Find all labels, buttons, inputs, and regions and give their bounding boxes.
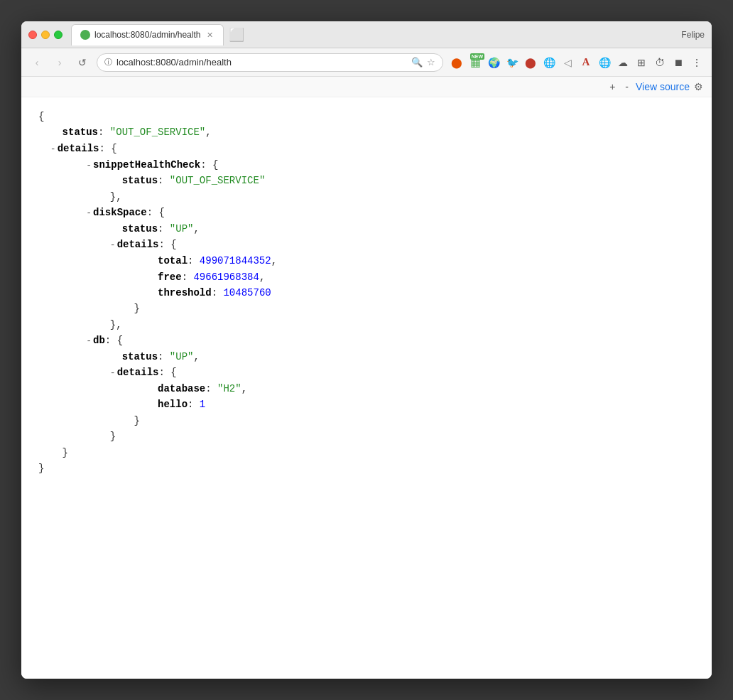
details-close: } bbox=[38, 445, 695, 461]
hello-key: hello bbox=[158, 397, 188, 412]
db-details-key: details bbox=[117, 365, 159, 380]
diskspace-details-close: } bbox=[38, 301, 695, 316]
json-toolbar: + - View source ⚙ bbox=[21, 77, 712, 97]
maximize-button[interactable] bbox=[54, 31, 63, 39]
db-key: db bbox=[93, 333, 105, 348]
plus-button[interactable]: + bbox=[607, 80, 618, 94]
active-tab[interactable]: localhost:8080/admin/health ✕ bbox=[71, 24, 224, 45]
diskspace-details-line: - details : { bbox=[38, 237, 695, 253]
status-key: status bbox=[63, 124, 98, 140]
diskspace-close: }, bbox=[38, 317, 695, 333]
title-bar: localhost:8080/admin/health ✕ ⬜ Felipe bbox=[21, 21, 712, 48]
new-badge: NEW bbox=[470, 53, 484, 60]
diskspace-details-collapse[interactable]: - bbox=[110, 238, 116, 253]
free-value: 49661968384 bbox=[193, 269, 259, 285]
menu-button[interactable]: ⋮ bbox=[689, 55, 705, 70]
forward-button[interactable]: › bbox=[51, 54, 68, 71]
toolbar-icon-13[interactable]: ⏹ bbox=[670, 55, 686, 70]
toolbar-icon-12[interactable]: ⏱ bbox=[652, 55, 668, 70]
lock-icon: ⓘ bbox=[104, 57, 112, 68]
toolbar-icon-2[interactable]: ▦ NEW bbox=[467, 55, 483, 70]
toolbar-icon-10[interactable]: ☁ bbox=[615, 55, 631, 70]
json-close-brace: } bbox=[38, 461, 695, 476]
browser-window: localhost:8080/admin/health ✕ ⬜ Felipe ‹… bbox=[21, 21, 712, 679]
details-key: details bbox=[58, 141, 99, 156]
traffic-lights bbox=[28, 31, 63, 39]
json-open-brace: { bbox=[38, 109, 695, 124]
threshold-key: threshold bbox=[158, 285, 212, 301]
settings-icon[interactable]: ⚙ bbox=[694, 81, 703, 92]
diskspace-collapse[interactable]: - bbox=[86, 206, 92, 221]
search-icon: 🔍 bbox=[411, 57, 423, 68]
json-content: { status : "OUT_OF_SERVICE" , - details … bbox=[21, 97, 712, 679]
threshold-line: threshold : 10485760 bbox=[38, 285, 695, 301]
db-status-line: status : "UP" , bbox=[38, 349, 695, 365]
threshold-value: 10485760 bbox=[223, 285, 271, 301]
total-value: 499071844352 bbox=[200, 253, 271, 269]
toolbar-icon-4[interactable]: 🐦 bbox=[504, 55, 520, 70]
details-line: - details : { bbox=[38, 141, 695, 157]
toolbar-icon-3[interactable]: 🌍 bbox=[486, 55, 501, 70]
tab-label: localhost:8080/admin/health bbox=[94, 30, 200, 40]
url-bar[interactable]: ⓘ localhost:8080/admin/health 🔍 ☆ bbox=[97, 53, 443, 72]
refresh-button[interactable]: ↺ bbox=[74, 54, 91, 71]
db-details-close: } bbox=[38, 413, 695, 429]
snippet-close: }, bbox=[38, 189, 695, 205]
toolbar-icons: ⬤ ▦ NEW 🌍 🐦 ⬤ 🌐 ◁ A 🌐 ☁ ⊞ ⏱ ⏹ ⋮ bbox=[449, 55, 705, 70]
view-source-link[interactable]: View source bbox=[636, 81, 690, 92]
db-line: - db : { bbox=[38, 333, 695, 349]
db-collapse[interactable]: - bbox=[86, 334, 92, 349]
close-button[interactable] bbox=[28, 31, 37, 39]
tab-favicon bbox=[80, 30, 90, 40]
db-status-key: status bbox=[122, 349, 158, 365]
diskspace-status-line: status : "UP" , bbox=[38, 221, 695, 237]
toolbar-icon-5[interactable]: ⬤ bbox=[523, 55, 538, 70]
total-key: total bbox=[158, 253, 188, 269]
toolbar-icon-6[interactable]: 🌐 bbox=[541, 55, 557, 70]
db-details-collapse[interactable]: - bbox=[110, 366, 116, 381]
details-collapse[interactable]: - bbox=[50, 142, 56, 157]
bookmark-icon: ☆ bbox=[427, 57, 435, 68]
database-key: database bbox=[158, 381, 205, 397]
toolbar-icon-1[interactable]: ⬤ bbox=[449, 55, 465, 70]
url-text: localhost:8080/admin/health bbox=[116, 57, 407, 68]
user-name: Felipe bbox=[681, 30, 705, 40]
snippet-status-line: status : "OUT_OF_SERVICE" bbox=[38, 173, 695, 188]
tab-area: localhost:8080/admin/health ✕ ⬜ bbox=[71, 24, 681, 45]
db-status-value: "UP" bbox=[170, 349, 194, 365]
toolbar-icon-8[interactable]: A bbox=[578, 55, 594, 70]
tab-close-button[interactable]: ✕ bbox=[205, 30, 215, 40]
free-key: free bbox=[158, 269, 182, 285]
diskspace-line: - diskSpace : { bbox=[38, 205, 695, 221]
db-close: } bbox=[38, 429, 695, 444]
snippet-line: - snippetHealthCheck : { bbox=[38, 157, 695, 173]
diskspace-status-value: "UP" bbox=[170, 221, 194, 237]
snippet-collapse[interactable]: - bbox=[86, 158, 92, 173]
toolbar-icon-7[interactable]: ◁ bbox=[560, 55, 575, 70]
snippet-status-key: status bbox=[122, 173, 158, 188]
database-value: "H2" bbox=[217, 381, 241, 397]
back-button[interactable]: ‹ bbox=[28, 54, 45, 71]
diskspace-status-key: status bbox=[122, 221, 158, 237]
minus-button[interactable]: - bbox=[622, 80, 631, 94]
status-value: "OUT_OF_SERVICE" bbox=[110, 124, 205, 140]
hello-line: hello : 1 bbox=[38, 397, 695, 412]
database-line: database : "H2" , bbox=[38, 381, 695, 397]
diskspace-key: diskSpace bbox=[93, 205, 147, 220]
free-line: free : 49661968384 , bbox=[38, 269, 695, 285]
diskspace-details-key: details bbox=[117, 237, 159, 252]
snippet-key: snippetHealthCheck bbox=[93, 157, 200, 173]
window-controls-right: Felipe bbox=[681, 30, 705, 40]
hello-value: 1 bbox=[200, 397, 205, 412]
minimize-button[interactable] bbox=[41, 31, 50, 39]
address-bar: ‹ › ↺ ⓘ localhost:8080/admin/health 🔍 ☆ … bbox=[21, 48, 712, 77]
snippet-status-value: "OUT_OF_SERVICE" bbox=[170, 173, 265, 188]
new-tab-button[interactable]: ⬜ bbox=[227, 25, 246, 45]
toolbar-icon-11[interactable]: ⊞ bbox=[634, 55, 649, 70]
status-line: status : "OUT_OF_SERVICE" , bbox=[38, 124, 695, 140]
db-details-line: - details : { bbox=[38, 365, 695, 381]
toolbar-icon-9[interactable]: 🌐 bbox=[597, 55, 612, 70]
total-line: total : 499071844352 , bbox=[38, 253, 695, 269]
